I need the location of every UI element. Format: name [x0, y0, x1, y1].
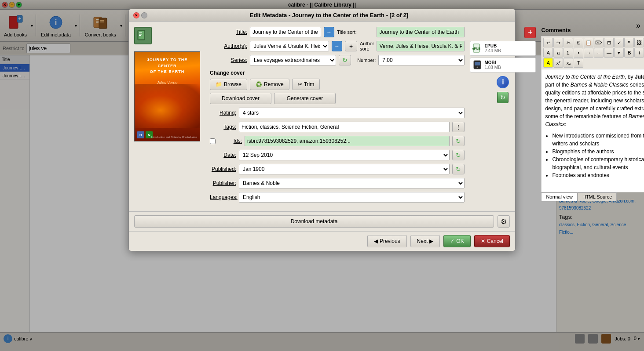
indent-button[interactable]: →	[584, 48, 593, 58]
insert-img-button[interactable]: 🖼	[634, 38, 644, 47]
cut-button[interactable]: ✂	[564, 38, 573, 47]
languages-row: Languages: English	[210, 192, 465, 203]
publisher-select[interactable]: Barnes & Noble	[239, 178, 465, 188]
authors-add-button[interactable]: +	[345, 41, 357, 51]
cancel-label: Cancel	[487, 238, 503, 244]
cover-title-overlay: JOURNEY to the CENTERof the EARTH	[138, 57, 196, 75]
tags-input[interactable]	[239, 122, 450, 132]
cover-intro-label: Introduction and Notes by Ursula Heise	[151, 136, 197, 138]
svg-rect-42	[139, 33, 142, 33]
cover-fire-effect	[135, 84, 200, 128]
series-row: Series: Les voyages extraordinaires ↻ Nu…	[210, 55, 465, 65]
italic-button[interactable]: I	[634, 48, 644, 58]
svg-rect-43	[139, 34, 142, 35]
modal-body: JOURNEY to the CENTERof the EARTH Jules …	[129, 22, 515, 211]
svg-rect-48	[475, 62, 480, 65]
change-cover-section: Change cover 📁 Browse ♻️ Remove ✂ Trim	[210, 70, 465, 104]
block-quote-button[interactable]: ❝	[624, 38, 634, 47]
outdent-button[interactable]: ←	[594, 48, 604, 58]
redo-button[interactable]: ↪	[553, 38, 563, 47]
author-sort-input[interactable]	[377, 41, 465, 51]
ok-label: OK	[456, 238, 464, 244]
clear-button[interactable]: ⌦	[594, 38, 604, 47]
comments-title: Comments	[541, 27, 644, 33]
font-size-small-button[interactable]: a	[553, 48, 563, 58]
comment-list: New introductions commissioned from toda…	[552, 132, 644, 179]
next-button[interactable]: Next ▶	[410, 235, 440, 247]
ids-checkbox[interactable]	[210, 138, 216, 144]
html-source-tab[interactable]: HTML Source	[578, 192, 617, 201]
authors-arrow-button[interactable]: →	[332, 41, 342, 51]
series-refresh-button[interactable]: ↻	[339, 55, 351, 65]
trim-button[interactable]: ✂ Trim	[292, 79, 320, 90]
title-sort-input[interactable]	[377, 27, 465, 37]
metadata-settings-button[interactable]: ⚙	[498, 215, 510, 228]
ids-checkbox-area	[210, 138, 216, 144]
epub-info: EPUB 2.44 MB	[484, 43, 501, 53]
date-select[interactable]: 12 Sep 2010	[239, 150, 450, 160]
rating-select[interactable]: 4 stars	[239, 108, 465, 118]
title-input[interactable]	[250, 27, 321, 37]
epub-format-name: EPUB	[484, 43, 501, 48]
modal-bottom-section: Download metadata ⚙	[129, 211, 515, 231]
edit-metadata-modal: ✕ Edit Metadata - Journey to the Center …	[128, 9, 516, 251]
cancel-x-icon: ✕	[481, 238, 485, 244]
format-add-button[interactable]: +	[524, 27, 536, 38]
authors-field-label: Author(s):	[210, 43, 247, 49]
normal-view-tab[interactable]: Normal view	[541, 192, 578, 201]
number-select[interactable]: 7.00	[378, 55, 465, 65]
epub-icon: ePUB	[472, 43, 483, 54]
ids-row: Ids: ↻	[210, 136, 465, 146]
more-tools-button[interactable]: ▾	[614, 48, 624, 58]
title-arrow-button[interactable]: →	[324, 27, 334, 37]
series-select[interactable]: Les voyages extraordinaires	[250, 55, 336, 65]
modal-close-button[interactable]: ✕	[133, 12, 139, 18]
undo-button[interactable]: ↩	[543, 38, 553, 47]
authors-select[interactable]: Jules Verne & Ursula K. Heise & Rachel P…	[250, 41, 329, 51]
download-cover-label: Download cover	[222, 95, 260, 101]
superscript-button[interactable]: x²	[553, 58, 563, 68]
format-button[interactable]: T	[574, 58, 583, 68]
subscript-button[interactable]: x₂	[564, 58, 573, 68]
hr-button[interactable]: —	[604, 48, 614, 58]
modal-minimize-button[interactable]	[141, 12, 147, 18]
format-delete-button[interactable]: ↻	[497, 92, 509, 103]
tags-edit-button[interactable]: ⋮	[452, 122, 465, 132]
ids-refresh-button[interactable]: ↻	[452, 136, 465, 146]
ul-button[interactable]: •	[574, 48, 583, 58]
download-cover-button[interactable]: Download cover	[210, 93, 271, 104]
select-all-button[interactable]: ⊞	[604, 38, 614, 47]
previous-arrow-icon: ◀	[374, 238, 378, 244]
comments-area[interactable]: Journey to the Center of the Earth, by J…	[541, 69, 644, 192]
epub-format-item: ePUB EPUB 2.44 MB	[470, 41, 536, 56]
generate-cover-button[interactable]: Generate cover	[274, 93, 336, 104]
spell-button[interactable]: ✓	[614, 38, 624, 47]
bgcolor-button[interactable]: A	[543, 58, 553, 68]
series-field-label: Series:	[210, 57, 247, 63]
bold-button[interactable]: B	[624, 48, 634, 58]
browse-button[interactable]: 📁 Browse	[210, 79, 247, 90]
ok-button[interactable]: ✓ OK	[443, 235, 470, 247]
tags-row: Tags: ⋮	[210, 122, 465, 132]
format-info-button[interactable]: i	[497, 76, 509, 88]
previous-button[interactable]: ◀ Previous	[367, 235, 407, 247]
date-field-label: Date:	[210, 152, 236, 158]
mobi-icon	[472, 60, 483, 70]
published-select[interactable]: Jan 1900	[239, 164, 450, 174]
date-refresh-button[interactable]: ↻	[452, 150, 465, 160]
svg-text:ePUB: ePUB	[472, 47, 480, 50]
copy-button[interactable]: ⎘	[574, 38, 583, 47]
languages-select[interactable]: English	[239, 192, 465, 203]
title-sort-label: Title sort:	[337, 29, 374, 35]
next-arrow-icon: ▶	[429, 238, 433, 244]
font-size-button[interactable]: A	[543, 48, 553, 58]
remove-button[interactable]: ♻️ Remove	[250, 79, 289, 90]
cancel-button[interactable]: ✕ Cancel	[474, 235, 510, 247]
published-refresh-button[interactable]: ↻	[452, 164, 465, 174]
ids-input[interactable]	[245, 136, 450, 146]
comments-tools-row: ↩ ↪ ✂ ⎘ 📋 ⌦ ⊞ ✓ ❝ 🖼 ≡ ≡ ≡ A a	[543, 38, 644, 68]
paste-button[interactable]: 📋	[584, 38, 593, 47]
ol-button[interactable]: 1.	[564, 48, 573, 58]
download-metadata-button[interactable]: Download metadata	[134, 215, 494, 228]
modal-right-section: + ePUB EPUB 2.44 MB	[470, 27, 536, 206]
